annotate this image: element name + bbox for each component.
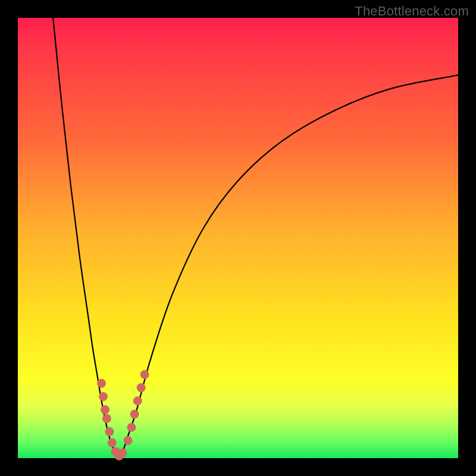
chart-frame: TheBottleneck.com (0, 0, 476, 476)
watermark-text: TheBottleneck.com (355, 4, 469, 19)
marker-right-cluster (140, 370, 149, 379)
marker-left-cluster (99, 392, 108, 401)
plot-area (18, 18, 458, 458)
marker-left-cluster (105, 427, 114, 436)
curve-right (119, 75, 458, 458)
marker-vertex (118, 449, 127, 458)
marker-left-cluster (97, 379, 106, 388)
data-markers (97, 370, 149, 461)
marker-right-cluster (137, 383, 146, 392)
marker-right-cluster (124, 436, 133, 445)
marker-left-cluster (102, 414, 111, 423)
marker-left-cluster (108, 439, 117, 447)
marker-right-cluster (130, 410, 139, 419)
chart-svg (18, 18, 458, 458)
marker-right-cluster (127, 423, 136, 432)
marker-left-cluster (101, 405, 109, 414)
curve-left (53, 18, 119, 458)
marker-right-cluster (133, 396, 142, 405)
